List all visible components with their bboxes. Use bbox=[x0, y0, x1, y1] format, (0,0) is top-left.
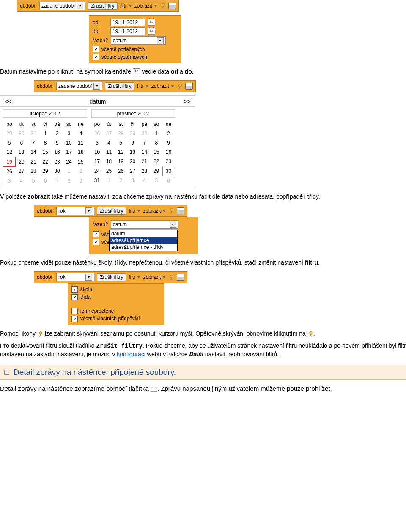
period-label: období: bbox=[37, 208, 54, 214]
option-datum[interactable]: datum bbox=[110, 230, 177, 237]
envelope-icon bbox=[151, 387, 157, 392]
paragraph: Datum nastavíme po kliknutí na symbol ka… bbox=[0, 68, 406, 76]
checkbox[interactable]: ✔ bbox=[71, 294, 78, 300]
show-link[interactable]: zobrazit bbox=[134, 3, 157, 9]
checkbox[interactable]: ✔ bbox=[93, 231, 99, 237]
month-title: prosinec 2012 bbox=[91, 109, 175, 118]
next-button[interactable]: >> bbox=[184, 98, 191, 105]
cancel-filters-button[interactable]: Zrušit filtry bbox=[97, 273, 126, 281]
checkbox[interactable]: ✔ bbox=[93, 239, 99, 245]
option-adresat[interactable]: adresát/příjemce bbox=[110, 237, 177, 244]
pin-icon[interactable] bbox=[160, 3, 166, 9]
period-dropdown[interactable]: rok ▼ bbox=[56, 273, 94, 281]
include-system-label: včetně systémových bbox=[102, 54, 147, 60]
chevron-down-icon bbox=[162, 210, 166, 212]
chevron-down-icon: ▼ bbox=[170, 221, 176, 228]
filter-link[interactable]: filtr bbox=[129, 208, 140, 214]
period-value: rok bbox=[58, 208, 66, 214]
period-dropdown[interactable]: rok ▼ bbox=[56, 207, 94, 215]
pin-icon[interactable] bbox=[177, 83, 183, 89]
period-label: období: bbox=[20, 3, 37, 9]
from-label: od: bbox=[93, 19, 108, 25]
filter-link[interactable]: filtr bbox=[137, 83, 149, 89]
section-title: Detail zprávy na nástěnce, připojené sou… bbox=[14, 368, 176, 377]
from-input[interactable]: 19.11.2012 bbox=[110, 19, 145, 26]
chevron-down-icon: ▼ bbox=[85, 274, 92, 281]
calendar-icon: 12 bbox=[133, 68, 140, 75]
checkbox[interactable]: ✔ bbox=[71, 316, 78, 322]
sort-value: datum bbox=[113, 38, 127, 44]
chevron-down-icon: ▼ bbox=[157, 37, 164, 44]
sort-label: řazení: bbox=[93, 221, 108, 227]
chevron-down-icon bbox=[171, 85, 174, 87]
print-icon[interactable] bbox=[185, 83, 193, 90]
paragraph: V položce zobrazit také můžeme nastavit,… bbox=[0, 193, 406, 201]
checkbox[interactable]: ✔ bbox=[71, 286, 78, 293]
own-posts-label: včetně vlastních příspěvků bbox=[80, 316, 140, 322]
unread-label: jen nepřečtené bbox=[80, 308, 114, 314]
show-link[interactable]: zobrazit bbox=[143, 274, 166, 280]
chevron-down-icon bbox=[154, 5, 157, 7]
chevron-down-icon bbox=[129, 5, 132, 7]
print-icon[interactable] bbox=[168, 3, 176, 9]
filter-link[interactable]: filtr bbox=[129, 274, 140, 280]
month-november: listopad 2012 poútstčtpásone 2930311234 … bbox=[3, 109, 87, 186]
class-label: třída bbox=[80, 294, 91, 300]
chevron-down-icon bbox=[137, 210, 140, 212]
calendar-icon[interactable]: 12 bbox=[148, 28, 155, 35]
show-link[interactable]: zobrazit bbox=[151, 83, 174, 89]
chevron-down-icon: ▼ bbox=[93, 83, 100, 90]
cancel-filters-button[interactable]: Zrušit filtry bbox=[97, 207, 126, 215]
checkbox[interactable] bbox=[71, 308, 78, 314]
filter-link[interactable]: filtr bbox=[120, 3, 132, 9]
sort-value: datum bbox=[113, 221, 127, 227]
sort-panel: řazení: datum ▼ ✔včet ✔včet datum adresá… bbox=[89, 217, 198, 254]
checkbox[interactable]: ✔ bbox=[93, 54, 99, 60]
calendar-title: datum bbox=[90, 98, 106, 105]
print-icon[interactable] bbox=[177, 274, 184, 281]
period-dropdown[interactable]: zadané období ▼ bbox=[39, 2, 85, 10]
filter-bar-top: období: zadané období ▼ Zrušit filtry fi… bbox=[17, 0, 179, 12]
option-adresat-tridy[interactable]: adresát/příjemce - třídy bbox=[110, 244, 177, 251]
config-link[interactable]: konfiguraci bbox=[117, 351, 145, 357]
month-title: listopad 2012 bbox=[3, 109, 87, 118]
sort-label: řazení: bbox=[93, 38, 108, 44]
to-label: do: bbox=[93, 28, 108, 34]
sort-options-list[interactable]: datum adresát/příjemce adresát/příjemce … bbox=[109, 230, 178, 251]
cancel-filters-button[interactable]: Zrušit filtry bbox=[88, 2, 117, 10]
school-label: školní bbox=[80, 286, 93, 292]
date-picker: << datum >> listopad 2012 poútstčtpásone… bbox=[0, 95, 195, 188]
calendar-icon[interactable]: 12 bbox=[148, 19, 155, 26]
filter-bar-4: období: rok ▼ Zrušit filtry filtr zobraz… bbox=[34, 271, 187, 283]
month-december: prosinec 2012 poútstčtpásone 26272829301… bbox=[91, 109, 175, 186]
chevron-down-icon bbox=[137, 276, 140, 278]
paragraph: Pomocí ikony lze zabránit skrývání sezna… bbox=[0, 330, 406, 338]
collapse-icon[interactable]: − bbox=[4, 370, 9, 375]
calendar-grid[interactable]: poútstčtpásone 262728293012 3456789 1011… bbox=[91, 120, 175, 186]
pin-icon[interactable] bbox=[168, 274, 174, 280]
chevron-down-icon: ▼ bbox=[85, 207, 92, 214]
checkbox[interactable]: ✔ bbox=[93, 46, 99, 52]
filter-checks-panel: ✔školní ✔třída jen nepřečtené ✔včetně vl… bbox=[68, 283, 164, 325]
period-dropdown[interactable]: zadané období ▼ bbox=[56, 82, 102, 90]
sort-dropdown[interactable]: datum ▼ bbox=[111, 36, 166, 45]
prev-button[interactable]: << bbox=[5, 98, 11, 105]
pin-icon bbox=[37, 331, 43, 337]
filter-bar-2: období: zadané období ▼ Zrušit filtry fi… bbox=[34, 80, 196, 92]
pin-icon[interactable] bbox=[168, 208, 174, 214]
period-label: období: bbox=[37, 83, 54, 89]
section-header: − Detail zprávy na nástěnce, připojené s… bbox=[0, 365, 406, 380]
print-icon[interactable] bbox=[177, 207, 184, 214]
period-value: zadané období bbox=[58, 83, 92, 89]
include-suppressed-label: včetně potlačených bbox=[102, 46, 145, 52]
sort-dropdown[interactable]: datum ▼ bbox=[111, 220, 178, 229]
show-link[interactable]: zobrazit bbox=[143, 208, 166, 214]
period-value: zadané období bbox=[41, 3, 75, 9]
to-input[interactable]: 19.11.2012 bbox=[110, 27, 145, 35]
filter-bar-3: období: rok ▼ Zrušit filtry filtr zobraz… bbox=[34, 205, 187, 217]
cancel-filters-button[interactable]: Zrušit filtry bbox=[105, 82, 134, 90]
calendar-grid[interactable]: poútstčtpásone 2930311234 567891011 1213… bbox=[3, 120, 87, 186]
chevron-down-icon bbox=[162, 276, 166, 278]
paragraph: Pokud chceme vidět pouze nástěnku školy,… bbox=[0, 259, 406, 267]
period-label: období: bbox=[37, 274, 54, 280]
